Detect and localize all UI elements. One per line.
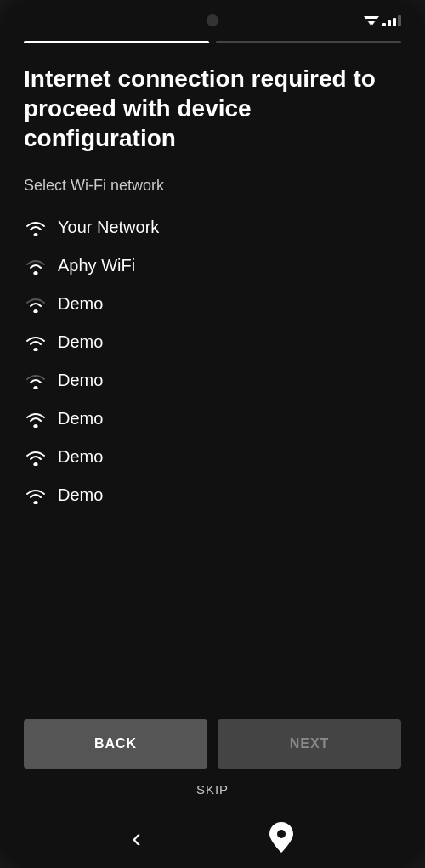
network-item[interactable]: Demo (24, 323, 401, 361)
back-button[interactable]: BACK (24, 719, 207, 769)
wifi-icon (24, 257, 48, 275)
wifi-icon (24, 410, 48, 428)
network-item[interactable]: Demo (24, 438, 401, 476)
status-bar (0, 0, 425, 41)
network-item[interactable]: Demo (24, 400, 401, 438)
home-nav-icon[interactable] (269, 822, 293, 853)
skip-button[interactable]: SKIP (196, 772, 229, 807)
wifi-status-icon (364, 14, 379, 26)
network-item[interactable]: Demo (24, 361, 401, 400)
network-list-inner: Your Network Aphy WiFi Demo Demo Demo (24, 208, 401, 521)
wifi-icon (24, 333, 48, 352)
status-icons (364, 14, 401, 26)
wifi-icon (24, 448, 48, 467)
progress-step-2 (216, 41, 401, 43)
network-name: Your Network (58, 218, 159, 237)
progress-bar (0, 41, 425, 43)
svg-point-4 (277, 830, 286, 838)
main-content: Internet connection required to proceed … (0, 64, 425, 706)
network-item[interactable]: Aphy WiFi (24, 247, 401, 285)
network-item[interactable]: Your Network (24, 208, 401, 247)
wifi-icon (24, 486, 48, 505)
network-item[interactable]: Demo (24, 285, 401, 323)
back-nav-icon[interactable]: ‹ (132, 822, 141, 854)
network-list: Your Network Aphy WiFi Demo Demo Demo (24, 208, 401, 706)
network-name: Demo (58, 447, 103, 467)
network-item[interactable]: Demo (24, 476, 401, 514)
section-label: Select Wi-Fi network (24, 177, 401, 195)
wifi-icon (24, 372, 48, 390)
network-name: Demo (58, 371, 103, 390)
wifi-icon (24, 218, 48, 237)
next-button[interactable]: NEXT (218, 719, 401, 769)
network-name: Demo (58, 409, 103, 428)
phone-frame: Internet connection required to proceed … (0, 0, 425, 868)
signal-icon (382, 14, 401, 26)
network-item[interactable]: Demo (24, 514, 401, 521)
progress-step-1 (24, 41, 209, 43)
wifi-icon (24, 295, 48, 314)
camera-indicator (207, 14, 218, 26)
button-row: BACK NEXT (24, 719, 401, 769)
network-name: Aphy WiFi (58, 256, 135, 275)
network-name: Demo (58, 485, 103, 505)
network-name: Demo (58, 332, 103, 352)
bottom-area: BACK NEXT SKIP (0, 706, 425, 807)
network-name: Demo (58, 294, 103, 314)
page-title: Internet connection required to proceed … (24, 64, 401, 153)
nav-bar: ‹ (0, 807, 425, 868)
